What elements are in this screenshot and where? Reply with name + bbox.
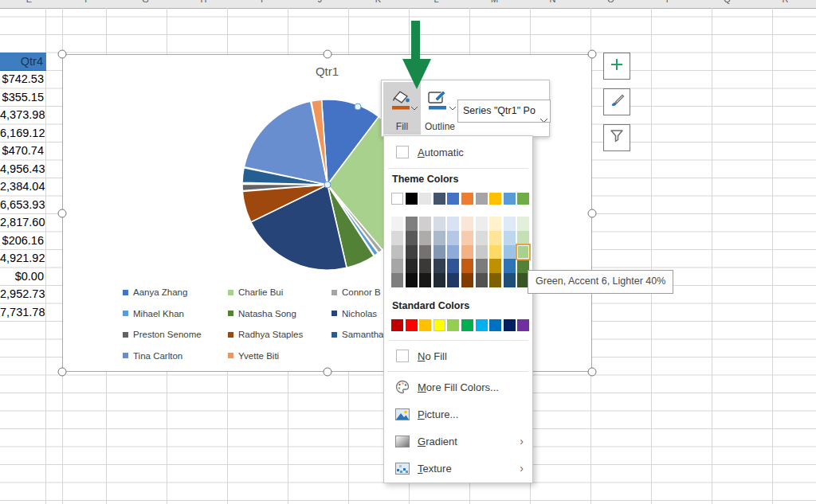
tint-swatch[interactable] xyxy=(391,259,403,273)
cell-qtr4-header[interactable]: Qtr4 xyxy=(0,53,46,72)
selection-handle[interactable] xyxy=(58,209,67,217)
tint-swatch[interactable] xyxy=(447,259,459,273)
selection-handle[interactable] xyxy=(58,50,67,59)
color-swatch[interactable] xyxy=(461,193,473,205)
data-point-center-handle[interactable] xyxy=(324,182,332,189)
color-swatch[interactable] xyxy=(391,193,403,205)
tint-swatch[interactable] xyxy=(434,231,445,245)
chart-elements-button[interactable] xyxy=(603,53,630,80)
selection-handle[interactable] xyxy=(588,368,597,377)
color-swatch[interactable] xyxy=(434,193,445,205)
color-swatch[interactable] xyxy=(489,319,501,331)
color-swatch[interactable] xyxy=(406,193,418,205)
color-swatch[interactable] xyxy=(504,319,516,331)
legend-item[interactable]: Connor B xyxy=(332,287,381,298)
tint-swatch[interactable] xyxy=(391,245,403,260)
tint-swatch[interactable] xyxy=(489,245,501,260)
tint-swatch[interactable] xyxy=(406,259,418,273)
column-header-Q[interactable]: Q xyxy=(698,0,756,8)
selection-handle[interactable] xyxy=(323,50,332,59)
tint-swatch[interactable] xyxy=(419,245,431,260)
column-header-I[interactable]: I xyxy=(233,0,291,8)
chart-filters-button[interactable] xyxy=(603,124,630,151)
color-swatch[interactable] xyxy=(447,319,459,331)
tint-swatch[interactable] xyxy=(447,245,459,260)
cell-value[interactable]: 2,952.73 xyxy=(0,285,46,303)
color-swatch[interactable] xyxy=(434,319,445,331)
color-swatch[interactable] xyxy=(406,319,418,331)
color-swatch[interactable] xyxy=(489,193,501,205)
color-swatch[interactable] xyxy=(476,319,488,331)
cell-value[interactable]: $0.00 xyxy=(0,268,46,286)
tint-swatch[interactable] xyxy=(504,231,516,245)
tint-swatch[interactable] xyxy=(406,245,418,260)
column-header-R[interactable]: R xyxy=(756,0,814,8)
cell-value[interactable]: $470.74 xyxy=(0,142,46,160)
chart-element-selector[interactable]: Series "Qtr1" Po xyxy=(457,100,551,123)
tint-swatch[interactable] xyxy=(517,231,529,245)
tint-swatch[interactable] xyxy=(461,245,473,260)
color-swatch[interactable] xyxy=(391,319,403,331)
menu-item-more-fill-colors---[interactable]: More Fill Colors... xyxy=(385,376,532,398)
tint-swatch[interactable] xyxy=(419,259,431,273)
cell-value[interactable]: 4,921.92 xyxy=(0,249,46,268)
tint-swatch[interactable] xyxy=(434,217,445,231)
legend-item[interactable]: Samantha xyxy=(332,329,383,340)
tint-swatch[interactable] xyxy=(406,231,418,245)
cell-value[interactable]: $742.53 xyxy=(0,70,46,88)
tint-swatch[interactable] xyxy=(461,231,473,245)
tint-swatch[interactable] xyxy=(476,259,488,273)
cell-value[interactable]: $206.16 xyxy=(0,232,46,250)
menu-item-automatic[interactable]: Automatic xyxy=(385,141,532,163)
tint-swatch[interactable] xyxy=(476,217,488,231)
menu-item-picture---[interactable]: Picture... xyxy=(385,403,532,425)
tint-swatch[interactable] xyxy=(419,273,431,287)
legend-item[interactable]: Charlie Bui xyxy=(228,287,283,298)
tint-swatch[interactable] xyxy=(434,259,445,273)
tint-swatch[interactable] xyxy=(489,231,501,245)
tint-swatch[interactable] xyxy=(476,273,488,287)
color-swatch[interactable] xyxy=(504,193,516,205)
column-header-O[interactable]: O xyxy=(582,0,640,8)
color-swatch[interactable] xyxy=(517,193,529,205)
tint-swatch[interactable] xyxy=(489,259,501,273)
column-header-E[interactable]: E xyxy=(0,0,58,8)
selection-handle[interactable] xyxy=(323,368,332,377)
legend-item[interactable]: Preston Senome xyxy=(123,329,202,340)
tint-swatch[interactable] xyxy=(476,245,488,260)
data-point-rim-handle[interactable] xyxy=(355,104,362,111)
column-header-F[interactable]: F xyxy=(58,0,116,8)
column-header-J[interactable]: J xyxy=(291,0,349,8)
tint-swatch[interactable] xyxy=(517,217,529,231)
legend-item[interactable]: Yvette Biti xyxy=(228,350,279,361)
tint-swatch[interactable] xyxy=(406,217,418,231)
legend-item[interactable]: Mihael Khan xyxy=(123,308,184,319)
tint-swatch[interactable] xyxy=(391,231,403,245)
selection-handle[interactable] xyxy=(58,368,67,377)
tint-swatch[interactable] xyxy=(504,217,516,231)
cell-value[interactable]: 2,384.04 xyxy=(0,178,46,196)
tint-swatch[interactable] xyxy=(447,231,459,245)
menu-item-gradient[interactable]: Gradient› xyxy=(385,430,532,452)
column-header-G[interactable]: G xyxy=(116,0,175,8)
tint-swatch[interactable] xyxy=(461,273,473,287)
menu-item-texture[interactable]: Texture› xyxy=(385,457,532,479)
legend-item[interactable]: Natasha Song xyxy=(228,308,296,319)
legend-item[interactable]: Radhya Staples xyxy=(228,329,303,340)
color-swatch[interactable] xyxy=(419,319,431,331)
column-header-P[interactable]: P xyxy=(640,0,698,8)
tint-swatch[interactable] xyxy=(504,245,516,260)
cell-value[interactable]: 6,653.93 xyxy=(0,196,46,214)
color-swatch[interactable] xyxy=(447,193,459,205)
column-header-M[interactable]: M xyxy=(465,0,524,8)
cell-value[interactable]: 4,956.43 xyxy=(0,160,46,178)
tint-swatch[interactable] xyxy=(504,273,516,287)
cell-value[interactable]: $355.15 xyxy=(0,88,46,107)
tint-swatch[interactable] xyxy=(476,231,488,245)
tint-swatch[interactable] xyxy=(447,217,459,231)
cell-value[interactable]: 6,169.12 xyxy=(0,124,46,143)
tint-swatch[interactable] xyxy=(461,217,473,231)
legend-item[interactable]: Nicholas xyxy=(332,308,377,319)
cell-value[interactable]: 7,731.78 xyxy=(0,303,46,322)
legend-item[interactable]: Aanya Zhang xyxy=(123,287,187,298)
